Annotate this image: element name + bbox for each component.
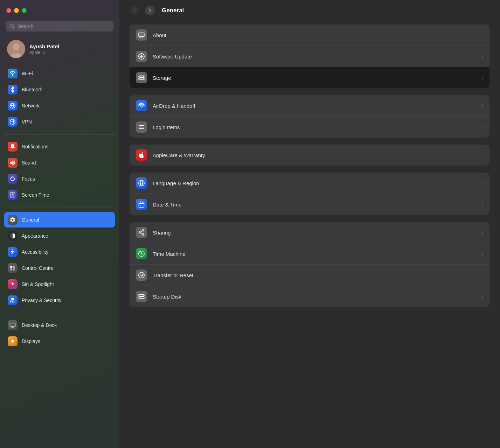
sidebar-item-notifications[interactable]: Notifications	[4, 139, 115, 154]
sidebar-item-wifi[interactable]: Wi-Fi	[4, 66, 115, 81]
sidebar-section-media: Notifications Sound	[0, 138, 119, 205]
back-button[interactable]	[130, 6, 139, 15]
settings-group-4: Language & Region › Date & Time ›	[130, 173, 489, 215]
search-icon	[10, 24, 15, 29]
settings-row-storage[interactable]: Storage ›	[130, 67, 489, 88]
transfer-chevron: ›	[481, 272, 483, 278]
screentime-icon	[8, 190, 18, 200]
sidebar-item-screentime[interactable]: Screen Time	[4, 187, 115, 203]
startupdisk-row-icon	[136, 291, 147, 302]
sidebar-item-desktop[interactable]: Desktop & Dock	[4, 317, 115, 333]
sidebar-item-privacy[interactable]: Privacy & Security	[4, 293, 115, 308]
svg-rect-19	[10, 323, 15, 327]
sidebar-item-displays[interactable]: Displays	[4, 334, 115, 349]
airdrop-row-icon	[136, 100, 147, 111]
sidebar-item-siri[interactable]: Siri & Spotlight	[4, 276, 115, 292]
airdrop-chevron: ›	[481, 103, 483, 108]
settings-row-airdrop[interactable]: AirDrop & Handoff ›	[130, 95, 489, 117]
settings-row-timemachine[interactable]: Time Machine ›	[130, 243, 489, 265]
settings-group-2: AirDrop & Handoff › Login Items ›	[130, 95, 489, 138]
startupdisk-label: Startup Disk	[153, 294, 476, 300]
settings-row-about[interactable]: About ›	[130, 24, 489, 46]
search-input[interactable]	[18, 23, 109, 29]
page-title: General	[162, 7, 184, 14]
storage-label: Storage	[153, 75, 476, 81]
datetime-chevron: ›	[481, 202, 483, 207]
sidebar-item-controlcenter-label: Control Centre	[22, 265, 54, 271]
svg-point-34	[143, 230, 144, 231]
bluetooth-icon	[8, 85, 18, 94]
sidebar-item-siri-label: Siri & Spotlight	[22, 281, 54, 287]
svg-point-35	[139, 232, 141, 233]
sidebar-item-notifications-label: Notifications	[22, 144, 48, 149]
sidebar-item-vpn-label: VPN	[22, 119, 32, 125]
minimize-button[interactable]	[14, 8, 19, 13]
applecare-label: AppleCare & Warranty	[153, 152, 476, 158]
sharing-row-icon	[136, 227, 147, 238]
sidebar-section-display: Desktop & Dock Displays	[0, 316, 119, 351]
about-chevron: ›	[481, 32, 483, 38]
general-icon	[8, 215, 18, 225]
svg-rect-11	[10, 266, 12, 268]
user-section[interactable]: Ayush Patel Apple ID	[0, 36, 119, 64]
settings-row-datetime[interactable]: Date & Time ›	[130, 194, 489, 215]
svg-rect-14	[13, 268, 15, 271]
divider-2	[4, 208, 116, 208]
user-name: Ayush Patel	[29, 43, 59, 49]
settings-row-applecare[interactable]: AppleCare & Warranty ›	[130, 145, 489, 166]
settings-row-softwareupdate[interactable]: Software Update ›	[130, 46, 489, 67]
maximize-button[interactable]	[22, 8, 27, 13]
svg-point-43	[143, 295, 144, 296]
svg-point-5	[12, 75, 13, 76]
settings-row-language[interactable]: Language & Region ›	[130, 173, 489, 194]
datetime-label: Date & Time	[153, 202, 476, 208]
siri-icon	[8, 279, 18, 289]
sidebar-item-accessibility-label: Accessibility	[22, 249, 48, 255]
sidebar-item-desktop-label: Desktop & Dock	[22, 322, 57, 328]
svg-point-36	[143, 233, 144, 235]
svg-point-27	[143, 78, 144, 79]
sidebar-item-controlcenter[interactable]: Control Centre	[4, 260, 115, 276]
forward-button[interactable]	[145, 6, 155, 15]
sidebar-item-focus[interactable]: Focus	[4, 171, 115, 187]
sidebar-item-sound[interactable]: Sound	[4, 155, 115, 170]
vpn-icon	[8, 117, 18, 127]
datetime-row-icon	[136, 199, 147, 210]
loginitems-row-icon	[136, 121, 147, 133]
svg-point-3	[13, 43, 20, 50]
svg-point-16	[12, 286, 13, 287]
transfer-label: Transfer or Reset	[153, 272, 476, 278]
sidebar-item-vpn[interactable]: VPN	[4, 114, 115, 130]
about-label: About	[153, 32, 476, 38]
sidebar-item-general[interactable]: General	[4, 212, 115, 227]
svg-rect-22	[139, 33, 144, 37]
settings-group-1: About › Software Update ›	[130, 24, 489, 88]
applecare-row-icon	[136, 149, 147, 161]
sidebar-item-accessibility[interactable]: Accessibility	[4, 244, 115, 260]
sidebar-item-bluetooth[interactable]: Bluetooth	[4, 82, 115, 97]
settings-row-startupdisk[interactable]: Startup Disk ›	[130, 286, 489, 307]
sidebar-item-appearance[interactable]: Appearance	[4, 228, 115, 244]
transfer-row-icon	[136, 270, 147, 281]
svg-rect-13	[10, 268, 12, 271]
settings-row-loginitems[interactable]: Login Items ›	[130, 117, 489, 138]
sidebar-item-focus-label: Focus	[22, 176, 35, 182]
sidebar-item-network[interactable]: Network	[4, 98, 115, 113]
sharing-chevron: ›	[481, 230, 483, 235]
settings-row-sharing[interactable]: Sharing ›	[130, 222, 489, 243]
sidebar-section-system: General Appearance	[0, 211, 119, 310]
close-button[interactable]	[6, 8, 11, 13]
sidebar-item-appearance-label: Appearance	[22, 233, 48, 239]
sidebar-item-network-label: Network	[22, 103, 40, 108]
user-info: Ayush Patel Apple ID	[29, 43, 59, 55]
appearance-icon	[8, 231, 18, 241]
language-chevron: ›	[481, 180, 483, 186]
sidebar-item-displays-label: Displays	[22, 338, 40, 344]
storage-row-icon	[136, 72, 147, 83]
svg-point-10	[12, 250, 13, 251]
airdrop-label: AirDrop & Handoff	[153, 103, 476, 109]
search-bar[interactable]	[6, 21, 113, 31]
svg-point-26	[143, 76, 144, 77]
settings-row-transfer[interactable]: Transfer or Reset ›	[130, 265, 489, 286]
sidebar-scroll: Wi-Fi Bluetooth Network	[0, 64, 119, 448]
